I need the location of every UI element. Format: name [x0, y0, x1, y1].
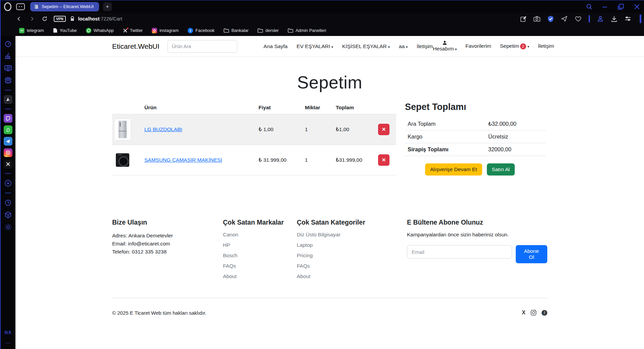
continue-shopping-button[interactable]: Alışverişe Devam Et [425, 163, 482, 176]
instagram-sidebar-icon[interactable] [4, 148, 12, 157]
site-header: Eticaret.WebUI Ana Sayfa EV EŞYALARI▾ Kİ… [15, 36, 644, 57]
snapshot-screen-icon[interactable] [3, 64, 13, 73]
item-qty: 1 [302, 114, 333, 145]
bookmark-folder-admin-panelleri[interactable]: Admin Panelleri [288, 28, 326, 33]
footer-newsletter-col: E Bültene Abone Olunuz Kampanyalardan ön… [407, 219, 547, 284]
shield-vpn-icon[interactable] [547, 15, 554, 23]
new-tab-button[interactable]: + [103, 2, 112, 11]
nav-ev-esyalari[interactable]: EV EŞYALARI▾ [296, 43, 333, 49]
cleaner-icon[interactable] [3, 51, 13, 61]
bookmark-instagram[interactable]: instagram [152, 28, 179, 33]
back-button[interactable] [16, 16, 22, 22]
buy-button[interactable]: Satın Al [487, 163, 515, 176]
url-text[interactable]: localhost:7226/Cart [78, 16, 122, 22]
settings-sliders-icon[interactable] [625, 16, 631, 22]
contact-link[interactable]: İletişim [538, 43, 554, 49]
download-icon[interactable] [611, 15, 617, 22]
tab-favicon-icon [34, 4, 39, 9]
newsletter-title: E Bültene Abone Olunuz [407, 219, 547, 226]
url-host: localhost [78, 16, 100, 22]
remove-item-button[interactable]: ✕ [378, 124, 389, 135]
forward-button[interactable] [29, 16, 35, 22]
speed-dial-icon[interactable] [3, 39, 13, 49]
category-link[interactable]: Pricing [297, 253, 313, 258]
subtotal-label: Ara Toplam [408, 121, 488, 127]
subscribe-button[interactable]: Abone Ol [516, 245, 547, 263]
send-to-device-icon[interactable] [561, 16, 568, 22]
newsletter-email-input[interactable] [407, 245, 512, 259]
product-link[interactable]: SAMSUNG ÇAMAŞIR MAKİNESİ [144, 157, 222, 163]
nav-home[interactable]: Ana Sayfa [264, 43, 288, 49]
shipping-label: Kargo [408, 133, 488, 140]
nav-iletisim[interactable]: İletişim [417, 43, 433, 49]
media-player-icon[interactable] [16, 3, 25, 10]
cart-row-lg-buzdolabi: LG BUZDOLABI ₺ 1,00 1 ₺1,00 ✕ [112, 114, 396, 145]
bookmark-whatsapp[interactable]: WhatsApp [86, 28, 114, 33]
maximize-button[interactable] [617, 3, 625, 10]
bookmark-folder-bankalar[interactable]: Bankalar [224, 28, 248, 33]
col-price: Fiyat [256, 101, 302, 114]
bookmark-label: YouTube [60, 28, 77, 33]
bookmark-twitter[interactable]: Twitter [123, 28, 143, 33]
category-link[interactable]: FAQs [297, 263, 310, 269]
close-button[interactable] [633, 3, 641, 10]
vpn-badge[interactable]: VPN [54, 16, 66, 22]
reload-button[interactable] [42, 16, 48, 22]
x-social-icon[interactable]: X [522, 310, 525, 316]
site-brand[interactable]: Eticaret.WebUI [112, 42, 159, 50]
bookmark-telegram[interactable]: tel telegram [19, 28, 44, 33]
cart-menu[interactable]: Sepetim2▾ [500, 43, 529, 49]
chevron-down-icon: ▾ [406, 45, 408, 49]
brand-link[interactable]: HP [223, 242, 230, 248]
instagram-social-icon[interactable] [531, 310, 537, 316]
summary-grand-row: Sirapiş Toplamı 32000,00 [405, 143, 546, 156]
bookmark-label: instagram [159, 28, 179, 33]
bookmark-folder-dersler[interactable]: dersler [258, 28, 279, 33]
mods-icon[interactable] [3, 76, 13, 85]
bookmark-facebook[interactable]: f Facebook [188, 28, 215, 33]
sidebar-more-icon[interactable]: ⋯ [5, 340, 11, 346]
minimize-button[interactable] [601, 3, 608, 10]
favorites-link[interactable]: Favorilerim [465, 43, 491, 49]
settings-gear-icon[interactable] [3, 222, 13, 232]
profile-icon[interactable] [597, 15, 604, 22]
panel-toggle-bar[interactable] [640, 14, 641, 23]
player-icon[interactable] [3, 179, 13, 188]
lock-icon[interactable] [70, 16, 75, 22]
brand-link[interactable]: FAQs [223, 263, 236, 269]
nav-kisisel-esyalar[interactable]: KİŞİSEL EŞYALAR▾ [342, 43, 390, 49]
sidebar-divider [5, 109, 11, 109]
category-link[interactable]: About [297, 273, 311, 279]
category-link[interactable]: Diz Üstü Bilgisayar [297, 232, 340, 237]
facebook-social-icon[interactable]: f [542, 310, 547, 316]
twitch-icon[interactable] [4, 114, 12, 123]
brand-link[interactable]: Bosch [223, 253, 237, 258]
account-menu[interactable]: Hesabım▾ [433, 40, 457, 52]
bookmark-youtube[interactable]: YouTube [53, 28, 77, 33]
nav-aa[interactable]: aa▾ [399, 43, 408, 49]
category-link[interactable]: Laptop [297, 242, 313, 248]
telegram-sidebar-icon[interactable] [4, 137, 12, 146]
footer-brands-col: Çok Satan Markalar Canon HP Bosch FAQs A… [223, 219, 297, 284]
brand-link[interactable]: About [223, 273, 237, 279]
gx-logo-label[interactable]: GX [5, 330, 12, 335]
bookmark-heart-icon[interactable] [575, 16, 582, 22]
edit-snapshot-icon[interactable] [520, 16, 526, 22]
footer-contact-col: Bize Ulaşın Adres: Ankara Demetevler Ema… [112, 219, 223, 284]
camera-icon[interactable] [534, 16, 540, 22]
x-sidebar-icon[interactable] [4, 160, 12, 168]
gx-corner-icon[interactable] [4, 95, 12, 104]
brand-link[interactable]: Canon [223, 232, 238, 237]
history-icon[interactable] [3, 198, 13, 207]
product-search-input[interactable] [168, 40, 237, 53]
folder-icon [258, 28, 263, 33]
product-link[interactable]: LG BUZDOLABI [144, 126, 182, 132]
extensions-icon[interactable] [3, 210, 13, 220]
whatsapp-sidebar-icon[interactable] [4, 125, 12, 134]
active-tab[interactable]: Sepetim – Eticaret.WebUI [30, 2, 99, 11]
opera-gx-logo-icon[interactable] [4, 2, 11, 11]
notification-dot [127, 28, 129, 29]
search-icon[interactable] [586, 3, 592, 10]
account-label: Hesabım [433, 46, 454, 51]
remove-item-button[interactable]: ✕ [378, 154, 389, 166]
